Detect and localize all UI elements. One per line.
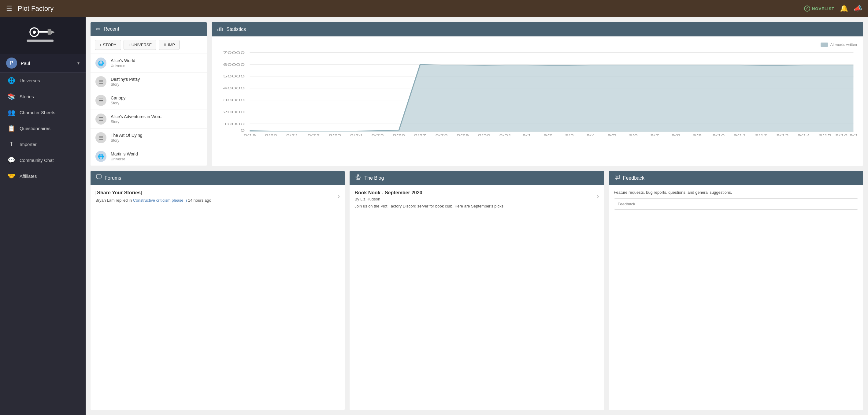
recent-item-title-alices-adventures: Alice's Adventures in Won...	[111, 114, 164, 119]
nav-list: 🌐 Universes📚 Stories👥 Character Sheets📋 …	[0, 72, 86, 184]
svg-text:9/15: 9/15	[819, 134, 831, 136]
recent-item-type-art-of-dying: Story	[111, 138, 142, 143]
sidebar-item-questionnaires[interactable]: 📋 Questionnaires	[0, 120, 86, 136]
novelist-badge: ✓ NOVELIST	[804, 5, 834, 11]
svg-rect-9	[222, 28, 223, 31]
megaphone-icon[interactable]: 📣	[854, 5, 862, 12]
reply-suffix: 14 hours ago	[187, 198, 211, 203]
hamburger-menu[interactable]: ☰	[6, 5, 12, 12]
recent-list: 🌐 Alice's World Universe ☰ Destiny's Pat…	[91, 54, 207, 166]
svg-point-58	[357, 174, 359, 176]
add-story-button[interactable]: + STORY	[95, 40, 121, 50]
feedback-title: Feedback	[623, 175, 644, 181]
import-button[interactable]: ⬆ IMP	[159, 40, 180, 50]
forum-post-title: [Share Your Stories]	[95, 190, 335, 196]
svg-rect-8	[220, 27, 221, 31]
svg-text:9/9: 9/9	[693, 134, 702, 136]
legend-label: All words written	[830, 42, 857, 47]
recent-item-alices-adventures[interactable]: ☰ Alice's Adventures in Won... Story	[91, 110, 207, 128]
story-icon-alices-adventures: ☰	[95, 114, 106, 124]
svg-text:8/29: 8/29	[457, 134, 469, 136]
sidebar-item-importer[interactable]: ⬆ Importer	[0, 136, 86, 152]
svg-marker-26	[250, 64, 854, 131]
sidebar-item-community-chat[interactable]: 💬 Community Chat	[0, 152, 86, 168]
feedback-header: Feedback	[609, 171, 863, 185]
svg-rect-57	[96, 175, 101, 178]
add-universe-button[interactable]: + UNIVERSE	[124, 40, 157, 50]
svg-text:8/20: 8/20	[265, 134, 277, 136]
recent-item-destinys-patsy[interactable]: ☰ Destiny's Patsy Story	[91, 72, 207, 91]
svg-text:9/4: 9/4	[586, 134, 595, 136]
recent-item-art-of-dying[interactable]: ☰ The Art Of Dying Story	[91, 128, 207, 147]
community-chat-icon: 💬	[7, 156, 15, 164]
svg-rect-7	[219, 28, 220, 31]
logo-area	[0, 17, 86, 54]
svg-text:9/13: 9/13	[776, 134, 789, 136]
svg-text:9/11: 9/11	[734, 134, 746, 136]
chevron-down-icon: ▾	[78, 61, 80, 65]
legend-box	[820, 42, 828, 47]
sidebar-item-universes[interactable]: 🌐 Universes	[0, 72, 86, 88]
forums-arrow-icon[interactable]: ›	[338, 192, 340, 201]
chart-svg: 70000 60000 50000 40000 30000 20000 1000…	[218, 50, 857, 136]
svg-text:9/14: 9/14	[797, 134, 810, 136]
recent-item-type-martins-world: Universe	[111, 157, 138, 161]
recent-item-type-alices-world: Universe	[111, 64, 135, 68]
svg-text:70000: 70000	[223, 51, 245, 55]
svg-text:0: 0	[240, 128, 245, 132]
recent-item-type-canopy: Story	[111, 101, 125, 105]
stats-title: Statistics	[226, 27, 246, 32]
svg-text:10000: 10000	[223, 122, 245, 126]
character-sheets-icon: 👥	[7, 109, 15, 116]
sidebar-item-stories[interactable]: 📚 Stories	[0, 88, 86, 105]
svg-rect-6	[217, 29, 218, 31]
blog-post-title: Book Nook - September 2020	[354, 190, 594, 196]
sidebar-item-affiliates[interactable]: 🤝 Affiliates	[0, 168, 86, 184]
svg-text:9/5: 9/5	[608, 134, 616, 136]
blog-icon	[355, 174, 361, 181]
sidebar: P Paul ▾ 🌐 Universes📚 Stories👥 Character…	[0, 17, 86, 415]
username: Paul	[21, 61, 78, 66]
feedback-panel: Feedback Feature requests, bug reports, …	[609, 171, 863, 410]
sidebar-label-stories: Stories	[20, 94, 34, 99]
content-area: ✏ Recent + STORY+ UNIVERSE⬆ IMP 🌐 Alice'…	[86, 17, 868, 415]
svg-text:8/22: 8/22	[307, 134, 320, 136]
recent-item-title-alices-world: Alice's World	[111, 58, 135, 63]
svg-rect-3	[48, 29, 51, 35]
sidebar-item-character-sheets[interactable]: 👥 Character Sheets	[0, 105, 86, 120]
svg-text:8/31: 8/31	[499, 134, 512, 136]
feedback-input[interactable]	[614, 198, 858, 210]
blog-arrow-icon[interactable]: ›	[597, 192, 599, 201]
recent-item-canopy[interactable]: ☰ Canopy Story	[91, 91, 207, 110]
svg-text:9/1: 9/1	[522, 134, 531, 136]
forums-header: Forums	[91, 171, 345, 185]
forums-content: [Share Your Stories] Bryan Lam replied i…	[91, 185, 345, 208]
svg-text:50000: 50000	[223, 75, 245, 78]
importer-icon: ⬆	[7, 141, 15, 148]
svg-text:9/10: 9/10	[712, 134, 725, 136]
recent-item-alices-world[interactable]: 🌐 Alice's World Universe	[91, 54, 207, 72]
svg-marker-5	[51, 30, 55, 34]
recent-item-type-destinys-patsy: Story	[111, 82, 140, 87]
stats-header: Statistics	[212, 22, 863, 36]
chart-legend: All words written	[218, 42, 857, 47]
svg-text:8/21: 8/21	[286, 134, 299, 136]
globe-icon-alices-world: 🌐	[95, 58, 106, 68]
svg-rect-2	[38, 31, 48, 32]
recent-actions: + STORY+ UNIVERSE⬆ IMP	[91, 36, 207, 54]
bell-icon[interactable]: 🔔	[840, 5, 848, 12]
svg-text:8/26: 8/26	[393, 134, 405, 136]
recent-item-martins-world[interactable]: 🌐 Martin's World Universe	[91, 147, 207, 166]
sidebar-label-questionnaires: Questionnaires	[20, 126, 51, 131]
svg-text:8/30: 8/30	[478, 134, 490, 136]
blog-header: The Blog	[349, 171, 604, 185]
blog-content: Book Nook - September 2020 By Liz Hudson…	[349, 185, 604, 213]
svg-rect-4	[27, 39, 54, 41]
bottom-panels: Forums [Share Your Stories] Bryan Lam re…	[91, 171, 863, 410]
recent-header: ✏ Recent	[91, 22, 207, 36]
feedback-icon	[615, 174, 620, 181]
user-menu[interactable]: P Paul ▾	[0, 54, 86, 72]
forum-entry: [Share Your Stories] Bryan Lam replied i…	[95, 190, 340, 203]
reply-link[interactable]: Constructive criticism please :)	[133, 198, 187, 203]
svg-text:9/6: 9/6	[629, 134, 638, 136]
